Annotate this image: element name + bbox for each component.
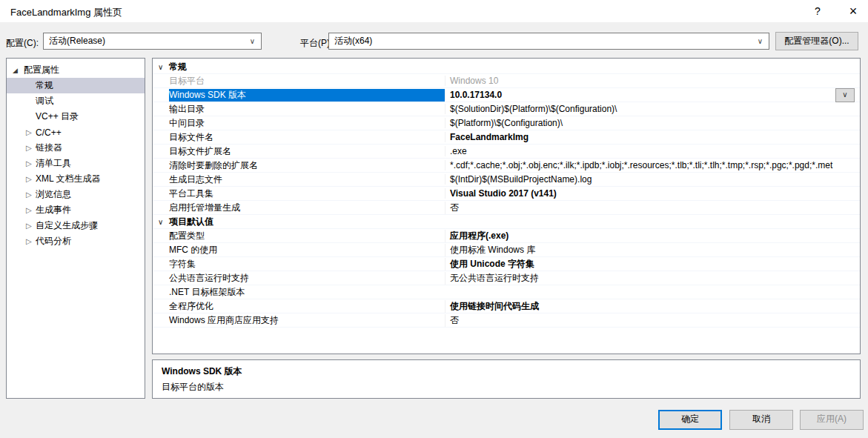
- property-value[interactable]: $(IntDir)$(MSBuildProjectName).log: [445, 174, 860, 185]
- property-row[interactable]: MFC 的使用使用标准 Windows 库: [153, 243, 860, 257]
- tree-item-label: 生成事件: [36, 204, 71, 216]
- chevron-down-icon: ∨: [250, 33, 255, 49]
- property-value[interactable]: 应用程序(.exe): [445, 230, 860, 242]
- sidebar-item-调试[interactable]: 调试: [7, 93, 145, 109]
- property-label: 清除时要删除的扩展名: [169, 159, 445, 172]
- tree-item-label: 自定义生成步骤: [36, 219, 98, 232]
- ok-button[interactable]: 确定: [658, 410, 722, 430]
- property-label: 生成日志文件: [169, 173, 445, 186]
- property-label: 目标文件名: [169, 131, 445, 144]
- tree-collapsed-icon[interactable]: ▷: [26, 159, 36, 167]
- property-row[interactable]: 目标文件扩展名.exe: [153, 145, 860, 159]
- property-value[interactable]: $(Platform)\$(Configuration)\: [445, 118, 860, 128]
- property-row[interactable]: 输出目录$(SolutionDir)$(Platform)\$(Configur…: [153, 102, 860, 116]
- property-row[interactable]: 目标平台Windows 10: [153, 74, 860, 88]
- property-label: Windows SDK 版本: [169, 89, 445, 102]
- sidebar-item-VC++ 目录[interactable]: VC++ 目录: [7, 109, 145, 125]
- property-label: 目标文件扩展名: [169, 145, 445, 158]
- property-value[interactable]: 无公共语言运行时支持: [445, 272, 860, 285]
- property-value[interactable]: $(SolutionDir)$(Platform)\$(Configuratio…: [445, 104, 860, 114]
- configuration-manager-button[interactable]: 配置管理器(O)...: [775, 32, 858, 50]
- property-group-row[interactable]: ∨常规: [153, 60, 860, 74]
- tree-collapsed-icon[interactable]: ▷: [26, 128, 36, 136]
- sidebar-item-清单工具[interactable]: ▷清单工具: [7, 156, 145, 171]
- tree-collapsed-icon[interactable]: ▷: [26, 237, 36, 245]
- tree-item-label: C/C++: [36, 127, 62, 138]
- configuration-value: 活动(Release): [49, 36, 105, 46]
- property-value[interactable]: Visual Studio 2017 (v141): [445, 188, 860, 199]
- platform-value: 活动(x64): [334, 36, 372, 46]
- chevron-down-icon: ∨: [758, 33, 763, 49]
- property-row[interactable]: 启用托管增量生成否: [153, 201, 860, 215]
- window-title: FaceLandmarkImg 属性页: [10, 6, 122, 19]
- property-row[interactable]: 生成日志文件$(IntDir)$(MSBuildProjectName).log: [153, 173, 860, 187]
- property-value[interactable]: 使用标准 Windows 库: [445, 244, 860, 256]
- property-label: 配置类型: [169, 230, 445, 242]
- property-row[interactable]: 配置类型应用程序(.exe): [153, 229, 860, 243]
- description-title: Windows SDK 版本: [162, 365, 851, 378]
- property-label: 输出目录: [169, 103, 445, 116]
- sidebar-item-链接器[interactable]: ▷链接器: [7, 140, 145, 156]
- group-label: 项目默认值: [169, 216, 213, 228]
- property-value[interactable]: Windows 10: [445, 76, 860, 86]
- tree-item-label: 链接器: [36, 142, 62, 154]
- tree-collapsed-icon[interactable]: ▷: [26, 222, 36, 230]
- help-icon[interactable]: ?: [810, 4, 825, 19]
- property-label: 全程序优化: [169, 300, 445, 313]
- config-tree: ◢配置属性常规调试VC++ 目录▷C/C++▷链接器▷清单工具▷XML 文档生成…: [6, 58, 145, 399]
- property-value[interactable]: 否: [445, 202, 860, 214]
- tree-item-label: 常规: [36, 79, 53, 92]
- property-value[interactable]: FaceLandmarkImg: [445, 132, 860, 142]
- sidebar-item-配置属性[interactable]: ◢配置属性: [7, 62, 145, 78]
- tree-item-label: VC++ 目录: [36, 110, 79, 123]
- tree-item-label: 调试: [36, 95, 53, 107]
- description-text: 目标平台的版本: [162, 381, 851, 394]
- tree-item-label: 清单工具: [36, 157, 71, 170]
- property-label: 目标平台: [169, 75, 445, 87]
- property-label: 公共语言运行时支持: [169, 272, 445, 285]
- collapse-icon[interactable]: ∨: [153, 63, 169, 71]
- configuration-select[interactable]: 活动(Release) ∨: [43, 33, 262, 50]
- property-value[interactable]: 使用链接时间代码生成: [445, 300, 860, 313]
- apply-button[interactable]: 应用(A): [800, 410, 864, 430]
- collapse-icon[interactable]: ∨: [153, 218, 169, 226]
- property-row[interactable]: 清除时要删除的扩展名*.cdf;*.cache;*.obj;*.obj.enc;…: [153, 159, 860, 173]
- sidebar-item-生成事件[interactable]: ▷生成事件: [7, 202, 145, 218]
- property-label: 启用托管增量生成: [169, 202, 445, 214]
- sidebar-item-XML 文档生成器[interactable]: ▷XML 文档生成器: [7, 171, 145, 187]
- tree-collapsed-icon[interactable]: ▷: [26, 175, 36, 183]
- tree-collapsed-icon[interactable]: ▷: [26, 206, 36, 214]
- property-value[interactable]: 10.0.17134.0: [445, 90, 860, 100]
- dropdown-button[interactable]: ∨: [835, 88, 855, 102]
- description-panel: Windows SDK 版本 目标平台的版本: [152, 359, 861, 399]
- close-icon[interactable]: ×: [844, 2, 862, 20]
- tree-collapsed-icon[interactable]: ▷: [26, 190, 36, 199]
- property-value[interactable]: 使用 Unicode 字符集: [445, 258, 860, 271]
- property-value[interactable]: .exe: [445, 146, 860, 156]
- property-row[interactable]: Windows SDK 版本10.0.17134.0∨: [153, 88, 860, 102]
- sidebar-item-自定义生成步骤[interactable]: ▷自定义生成步骤: [7, 218, 145, 233]
- sidebar-item-浏览信息[interactable]: ▷浏览信息: [7, 187, 145, 202]
- property-row[interactable]: 公共语言运行时支持无公共语言运行时支持: [153, 271, 860, 285]
- cancel-button[interactable]: 取消: [729, 410, 793, 430]
- property-row[interactable]: .NET 目标框架版本: [153, 285, 860, 299]
- property-row[interactable]: 全程序优化使用链接时间代码生成: [153, 299, 860, 313]
- property-row[interactable]: Windows 应用商店应用支持否: [153, 313, 860, 328]
- property-value[interactable]: *.cdf;*.cache;*.obj;*.obj.enc;*.ilk;*.ip…: [445, 160, 860, 170]
- property-row[interactable]: 目标文件名FaceLandmarkImg: [153, 130, 860, 145]
- property-label: .NET 目标框架版本: [169, 286, 445, 299]
- sidebar-item-C/C++[interactable]: ▷C/C++: [7, 125, 145, 140]
- tree-item-label: XML 文档生成器: [36, 173, 101, 185]
- property-group-row[interactable]: ∨项目默认值: [153, 215, 860, 229]
- property-value[interactable]: 否: [445, 314, 860, 327]
- sidebar-item-代码分析[interactable]: ▷代码分析: [7, 233, 145, 249]
- property-row[interactable]: 平台工具集Visual Studio 2017 (v141): [153, 187, 860, 201]
- property-label: Windows 应用商店应用支持: [169, 314, 445, 327]
- property-label: 平台工具集: [169, 188, 445, 200]
- property-row[interactable]: 中间目录$(Platform)\$(Configuration)\: [153, 116, 860, 130]
- tree-expanded-icon[interactable]: ◢: [13, 67, 24, 74]
- platform-select[interactable]: 活动(x64) ∨: [328, 33, 769, 50]
- sidebar-item-常规[interactable]: 常规: [7, 78, 145, 93]
- property-row[interactable]: 字符集使用 Unicode 字符集: [153, 257, 860, 271]
- tree-collapsed-icon[interactable]: ▷: [26, 144, 36, 152]
